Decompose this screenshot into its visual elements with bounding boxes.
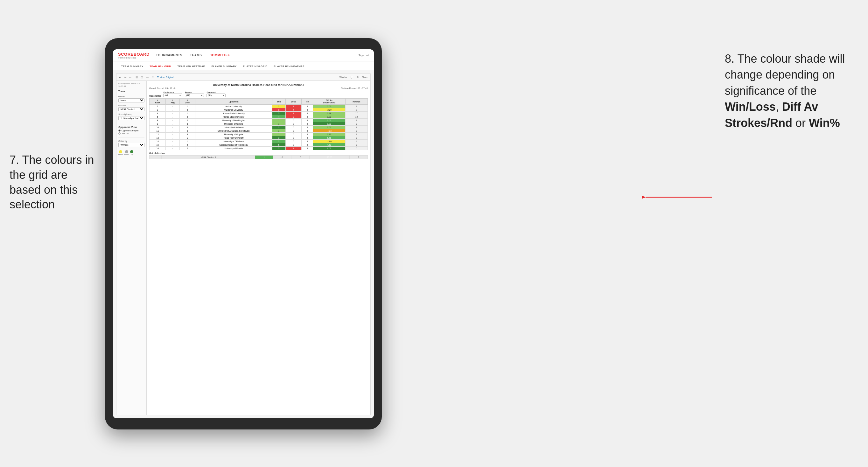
ipad-screen: SCOREBOARD Powered by clippd TOURNAMENTS… bbox=[113, 49, 374, 418]
col-tie: Tie bbox=[301, 99, 313, 105]
colour-by-select[interactable]: Win/loss bbox=[118, 143, 145, 147]
watch-btn[interactable]: Watch ▾ bbox=[340, 76, 348, 79]
nav-teams[interactable]: TEAMS bbox=[190, 54, 202, 57]
table-row: 16 - 2 University of Florida 3 1 0 6.62 … bbox=[150, 147, 368, 150]
view-original-btn[interactable]: ☰ View: Original bbox=[157, 76, 174, 79]
tab-team-h2h-heatmap[interactable]: TEAM H2H HEATMAP bbox=[174, 65, 209, 70]
share-btn[interactable]: Share bbox=[362, 76, 368, 78]
gender-select[interactable]: Men's bbox=[118, 98, 145, 102]
nav-links: TOURNAMENTS TEAMS COMMITTEE bbox=[156, 54, 355, 57]
region-filter: Region (All) bbox=[185, 91, 204, 97]
out-div-rounds: 3 bbox=[349, 156, 368, 159]
table-row: 2 - 1 Auburn University 2 1 0 1.67 9 bbox=[150, 105, 368, 108]
table-row: 15 - 4 Georgia Institute of Technology 5… bbox=[150, 143, 368, 147]
out-div-loss: 0 bbox=[273, 156, 291, 159]
school-select[interactable]: 1. University of Nort... bbox=[118, 116, 145, 120]
col-diff: Diff AvStrokes/Rnd bbox=[313, 99, 345, 105]
tab-player-h2h-grid[interactable]: PLAYER H2H GRID bbox=[240, 65, 271, 70]
right-content: University of North Carolina Head-to-Hea… bbox=[147, 81, 370, 415]
legend-down-circle bbox=[119, 150, 122, 153]
logo-sub: Powered by clippd bbox=[118, 57, 150, 59]
filter-row: Opponents: Conference (All) Region ( bbox=[149, 91, 368, 97]
sub-nav: TEAM SUMMARY TEAM H2H GRID TEAM H2H HEAT… bbox=[113, 61, 374, 70]
tab-team-summary[interactable]: TEAM SUMMARY bbox=[118, 65, 147, 70]
arrow-right-icon bbox=[642, 191, 712, 204]
toolbar-right: Watch ▾ 💬 ⊞ Share bbox=[340, 76, 368, 79]
out-div-division: NCAA Division II bbox=[161, 156, 255, 159]
timestamp: Last Updated: 27/03/2024 16:55:38 bbox=[118, 83, 145, 88]
out-div-tie: 0 bbox=[291, 156, 310, 159]
top-nav: SCOREBOARD Powered by clippd TOURNAMENTS… bbox=[113, 49, 374, 61]
col-conf: #Conf bbox=[180, 99, 195, 105]
opponent-view-label: Opponent View bbox=[118, 126, 145, 128]
tableau-body: Last Updated: 27/03/2024 16:55:38 Team G… bbox=[117, 81, 370, 415]
col-rank: #Rank bbox=[150, 99, 166, 105]
nav-committee[interactable]: COMMITTEE bbox=[210, 54, 230, 57]
school-label: School (Rank) bbox=[118, 113, 145, 116]
tab-player-summary[interactable]: PLAYER SUMMARY bbox=[208, 65, 240, 70]
main-content: ↩ ↪ ↩ ⊞ ⊡ — ⊙ ☰ View: Original Watch ▾ 💬… bbox=[113, 70, 374, 418]
left-panel: Last Updated: 27/03/2024 16:55:38 Team G… bbox=[117, 81, 147, 415]
out-div-diff: 26.00 bbox=[310, 156, 349, 159]
conference-filter: Conference (All) bbox=[163, 91, 182, 97]
opponents-label: Opponents: bbox=[149, 95, 161, 97]
tableau-toolbar: ↩ ↪ ↩ ⊞ ⊡ — ⊙ ☰ View: Original Watch ▾ 💬… bbox=[117, 74, 370, 81]
radio-dot-top100 bbox=[118, 132, 121, 134]
table-row: 4 - 1 Arizona State University 5 1 0 2.2… bbox=[150, 112, 368, 115]
legend-level: Level bbox=[124, 150, 128, 156]
sign-out-link[interactable]: Sign out bbox=[355, 54, 369, 57]
table-row: 8 - 2 University of Washington 1 0 0 3.6… bbox=[150, 119, 368, 122]
col-win: Win bbox=[272, 99, 285, 105]
out-of-division-label: Out of division bbox=[149, 152, 368, 154]
ipad-device: SCOREBOARD Powered by clippd TOURNAMENTS… bbox=[105, 38, 382, 430]
tableau-frame: ↩ ↪ ↩ ⊞ ⊡ — ⊙ ☰ View: Original Watch ▾ 💬… bbox=[116, 73, 371, 415]
opponent-select[interactable]: (All) bbox=[207, 94, 225, 97]
comment-btn[interactable]: 💬 bbox=[351, 76, 353, 79]
grid-table: #Rank #Reg #Conf Opponent Win Loss Tie D… bbox=[149, 98, 368, 150]
out-div-name bbox=[150, 156, 162, 159]
report-subtitle: Overall Record: 89 - 17 - 0 Division Rec… bbox=[149, 87, 368, 89]
report-title: University of North Carolina Head-to-Hea… bbox=[149, 83, 368, 87]
out-div-row: NCAA Division II 1 0 0 26.00 3 bbox=[150, 156, 368, 159]
legend: Down Level Up bbox=[118, 150, 145, 156]
region-select[interactable]: (All) bbox=[185, 94, 204, 97]
opponent-filter: Opponent (All) bbox=[207, 91, 225, 97]
table-row: 14 - 1 University of Oklahoma 2 0 0 -1.0… bbox=[150, 139, 368, 143]
table-row: 13 - 1 Texas Tech University 3 0 0 5.56 … bbox=[150, 136, 368, 139]
table-row: 11 - 6 University of Arkansas, Fayettevi… bbox=[150, 129, 368, 133]
table-row: 9 - 3 University of Arizona 1 0 0 9.00 2 bbox=[150, 122, 368, 126]
gender-label: Gender bbox=[118, 95, 145, 98]
out-div-win: 1 bbox=[255, 156, 273, 159]
tab-team-h2h-grid[interactable]: TEAM H2H GRID bbox=[147, 65, 174, 70]
col-rounds: Rounds bbox=[345, 99, 368, 105]
annotation-right: 8. The colour shade will change dependin… bbox=[725, 51, 859, 131]
col-opponent: Opponent bbox=[195, 99, 272, 105]
logo-text: SCOREBOARD bbox=[118, 52, 150, 57]
division-label: Division bbox=[118, 104, 145, 106]
table-row: 10 - 5 University of Alabama 3 0 0 2.61 … bbox=[150, 126, 368, 129]
col-loss: Loss bbox=[285, 99, 301, 105]
division-select[interactable]: NCAA Division I bbox=[118, 107, 145, 111]
logo-area: SCOREBOARD Powered by clippd bbox=[118, 52, 150, 59]
conference-select[interactable]: (All) bbox=[163, 94, 182, 97]
table-row: 3 - 2 Vanderbilt University 0 4 0 -2.29 … bbox=[150, 108, 368, 112]
tab-player-h2h-heatmap[interactable]: PLAYER H2H HEATMAP bbox=[271, 65, 308, 70]
legend-down: Down bbox=[118, 150, 123, 156]
table-row: 12 - 3 University of Virginia 1 0 0 2.33… bbox=[150, 133, 368, 136]
table-header-row: #Rank #Reg #Conf Opponent Win Loss Tie D… bbox=[150, 99, 368, 105]
nav-tournaments[interactable]: TOURNAMENTS bbox=[156, 54, 182, 57]
col-reg: #Reg bbox=[166, 99, 180, 105]
legend-up: Up bbox=[130, 150, 133, 156]
radio-opponents-played[interactable]: Opponents Played bbox=[118, 129, 145, 132]
annotation-left: 7. The colours in the grid are based on … bbox=[9, 153, 99, 212]
opponent-view-radio: Opponents Played Top 100 bbox=[118, 129, 145, 134]
colour-by-label: Colour by bbox=[118, 140, 145, 142]
radio-top100[interactable]: Top 100 bbox=[118, 132, 145, 134]
legend-up-circle bbox=[130, 150, 133, 153]
out-of-division-table: NCAA Division II 1 0 0 26.00 3 bbox=[149, 155, 368, 159]
grid-scroll[interactable]: #Rank #Reg #Conf Opponent Win Loss Tie D… bbox=[149, 98, 368, 412]
legend-level-circle bbox=[125, 150, 128, 153]
team-label: Team bbox=[118, 90, 145, 93]
settings-btn[interactable]: ⊞ bbox=[357, 76, 359, 79]
radio-dot-played bbox=[118, 129, 121, 132]
